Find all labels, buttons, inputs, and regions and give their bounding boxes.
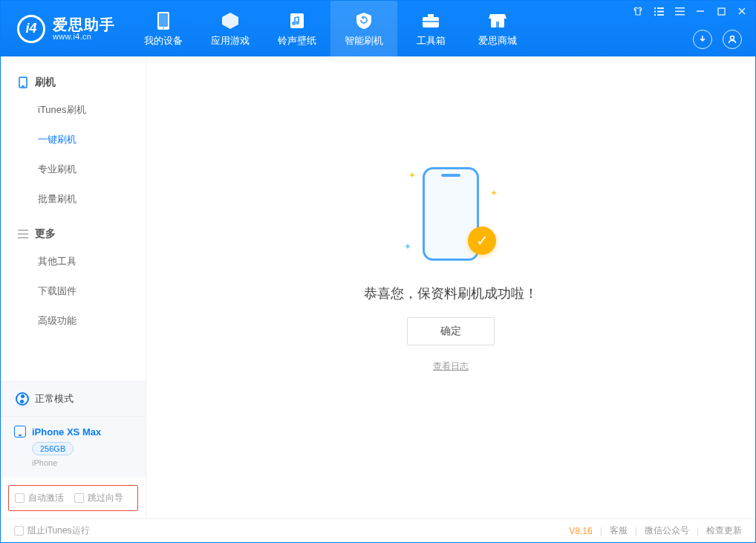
support-link[interactable]: 客服 [610, 524, 628, 537]
checkbox-label: 自动激活 [28, 492, 64, 504]
list-icon[interactable] [653, 5, 665, 17]
cube-icon [220, 10, 241, 31]
sidebar-item-pro-flash[interactable]: 专业刷机 [1, 155, 146, 184]
header-right-buttons [693, 30, 742, 49]
tab-my-device[interactable]: 我的设备 [130, 1, 197, 56]
sparkle-icon: ✦ [404, 241, 411, 252]
header: i4 爱思助手 www.i4.cn 我的设备 应用游戏 铃声壁纸 智能刷机 [1, 1, 755, 56]
app-name-cn: 爱思助手 [53, 17, 115, 32]
checkbox-block-itunes[interactable]: 阻止iTunes运行 [14, 524, 90, 537]
svg-rect-26 [18, 233, 28, 235]
svg-rect-19 [718, 8, 725, 15]
tshirt-icon[interactable] [632, 5, 644, 17]
music-note-icon [287, 10, 307, 31]
user-button[interactable] [723, 30, 742, 49]
svg-rect-14 [657, 14, 664, 16]
separator: | [697, 526, 699, 536]
device-type: iPhone [32, 458, 132, 467]
checkmark-badge-icon: ✓ [468, 227, 496, 255]
store-icon [487, 10, 508, 31]
checkbox-icon [74, 493, 84, 503]
svg-rect-16 [675, 10, 685, 12]
options-row: 自动激活 跳过向导 [8, 485, 138, 511]
svg-rect-9 [654, 7, 656, 9]
mode-icon [16, 392, 29, 406]
svg-rect-15 [675, 7, 685, 9]
version-label: V8.16 [569, 526, 592, 536]
menu-icon[interactable] [674, 5, 685, 17]
svg-rect-5 [428, 14, 434, 17]
check-update-link[interactable]: 检查更新 [706, 524, 742, 537]
download-button[interactable] [693, 30, 712, 49]
tab-label: 我的设备 [144, 34, 183, 48]
svg-rect-12 [657, 10, 664, 12]
tab-ringtones-wallpapers[interactable]: 铃声壁纸 [264, 1, 330, 56]
body: 刷机 iTunes刷机 一键刷机 专业刷机 批量刷机 更多 其他工具 下载固件 … [1, 56, 755, 518]
success-illustration: ✦ ✦ ✦ ✓ [395, 158, 506, 270]
app-window: i4 爱思助手 www.i4.cn 我的设备 应用游戏 铃声壁纸 智能刷机 [0, 0, 756, 543]
svg-rect-17 [675, 14, 685, 16]
statusbar-right: V8.16 | 客服 | 微信公众号 | 检查更新 [569, 524, 742, 537]
tab-label: 工具箱 [417, 34, 446, 48]
close-button[interactable] [736, 5, 748, 17]
app-name-en: www.i4.cn [53, 32, 115, 41]
checkbox-skip-wizard[interactable]: 跳过向导 [74, 492, 123, 504]
storage-badge: 256GB [32, 442, 74, 455]
sparkle-icon: ✦ [490, 188, 498, 198]
shield-refresh-icon [353, 10, 374, 31]
maximize-button[interactable] [715, 5, 727, 17]
logo-icon: i4 [17, 15, 45, 43]
window-controls [632, 5, 748, 17]
sidebar-scroll: 刷机 iTunes刷机 一键刷机 专业刷机 批量刷机 更多 其他工具 下载固件 … [1, 56, 146, 381]
statusbar: 阻止iTunes运行 V8.16 | 客服 | 微信公众号 | 检查更新 [1, 518, 755, 542]
phone-small-icon [14, 426, 26, 438]
svg-rect-27 [18, 237, 28, 238]
logo-text: 爱思助手 www.i4.cn [53, 17, 115, 41]
statusbar-left: 阻止iTunes运行 [14, 524, 90, 537]
mode-row[interactable]: 正常模式 [1, 382, 146, 416]
sparkle-icon: ✦ [408, 170, 416, 181]
tab-apps-games[interactable]: 应用游戏 [197, 1, 264, 56]
device-row[interactable]: iPhone XS Max 256GB iPhone [1, 416, 146, 478]
svg-rect-11 [654, 10, 656, 12]
sidebar-group-flash: 刷机 [1, 70, 146, 95]
minimize-button[interactable] [694, 5, 706, 17]
tab-label: 智能刷机 [345, 34, 383, 48]
sidebar: 刷机 iTunes刷机 一键刷机 专业刷机 批量刷机 更多 其他工具 下载固件 … [1, 56, 146, 518]
sidebar-item-download-firmware[interactable]: 下载固件 [1, 276, 146, 306]
checkbox-label: 跳过向导 [88, 492, 123, 504]
checkbox-icon [15, 493, 25, 503]
svg-rect-10 [657, 7, 664, 9]
sidebar-item-advanced[interactable]: 高级功能 [1, 306, 146, 336]
sidebar-item-itunes-flash[interactable]: iTunes刷机 [1, 95, 146, 125]
tab-label: 爱思商城 [478, 34, 517, 48]
svg-rect-6 [423, 21, 439, 22]
sidebar-item-onekey-flash[interactable]: 一键刷机 [1, 125, 146, 155]
tab-store[interactable]: 爱思商城 [464, 1, 531, 56]
svg-rect-25 [18, 230, 28, 231]
content: ✦ ✦ ✦ ✓ 恭喜您，保资料刷机成功啦！ 确定 查看日志 [146, 56, 755, 518]
main-tabs: 我的设备 应用游戏 铃声壁纸 智能刷机 工具箱 爱思商城 [130, 1, 531, 56]
tab-label: 铃声壁纸 [278, 34, 316, 48]
checkbox-label: 阻止iTunes运行 [27, 524, 90, 537]
tab-label: 应用游戏 [211, 34, 250, 48]
device-name: iPhone XS Max [32, 426, 101, 438]
sidebar-item-other-tools[interactable]: 其他工具 [1, 247, 146, 276]
view-log-link[interactable]: 查看日志 [433, 360, 469, 373]
ok-button[interactable]: 确定 [407, 317, 495, 345]
svg-rect-13 [654, 14, 656, 16]
wechat-link[interactable]: 微信公众号 [645, 524, 689, 537]
svg-point-22 [731, 36, 734, 40]
checkbox-auto-activate[interactable]: 自动激活 [15, 492, 64, 504]
success-message: 恭喜您，保资料刷机成功啦！ [364, 284, 538, 302]
tab-smart-flash[interactable]: 智能刷机 [330, 1, 397, 56]
separator: | [635, 526, 637, 536]
sidebar-item-batch-flash[interactable]: 批量刷机 [1, 184, 146, 214]
svg-rect-3 [290, 13, 304, 28]
logo[interactable]: i4 爱思助手 www.i4.cn [1, 15, 130, 43]
more-icon [17, 228, 29, 240]
svg-rect-8 [496, 22, 499, 27]
sidebar-bottom: 正常模式 iPhone XS Max 256GB iPhone 自动激活 [1, 381, 146, 518]
svg-rect-1 [159, 13, 168, 27]
tab-toolbox[interactable]: 工具箱 [397, 1, 464, 56]
